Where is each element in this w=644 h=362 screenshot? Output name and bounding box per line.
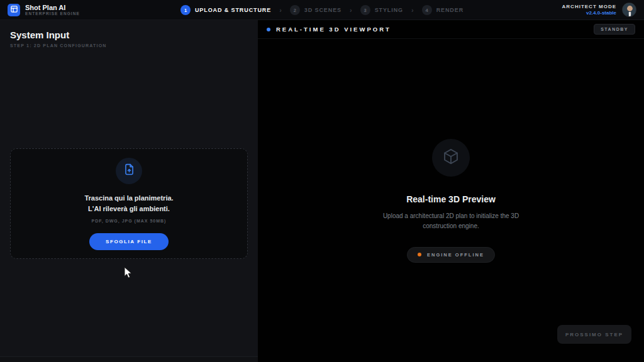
step-number: 3 bbox=[360, 5, 370, 15]
dropzone-text-line2: L'AI rileverà gli ambienti. bbox=[88, 204, 170, 214]
viewport-body: Real-time 3D Preview Upload a architectu… bbox=[258, 39, 644, 362]
dropzone-formats: PDF, DWG, JPG (MAX 50MB) bbox=[92, 219, 167, 223]
step-styling[interactable]: 3 STYLING bbox=[360, 5, 403, 15]
chevron-right-icon: › bbox=[279, 7, 282, 13]
offline-dot-icon bbox=[418, 253, 421, 256]
step-label: STYLING bbox=[375, 7, 403, 13]
preview-description: Upload a architectural 2D plan to initia… bbox=[371, 211, 531, 232]
status-dot-icon bbox=[267, 28, 270, 31]
chevron-right-icon: › bbox=[350, 7, 352, 13]
user-avatar[interactable] bbox=[622, 3, 636, 17]
browse-file-button[interactable]: SFOGLIA FILE bbox=[89, 233, 169, 250]
left-panel-footer bbox=[0, 356, 258, 362]
preview-title: Real-time 3D Preview bbox=[406, 194, 496, 204]
app-brand: Shot Plan AI ENTERPRISE ENGINE bbox=[8, 4, 80, 16]
chevron-right-icon: › bbox=[411, 7, 414, 13]
mode-info: ARCHITECT MODE v2.4.0-stable bbox=[562, 4, 616, 16]
app-title: Shot Plan AI bbox=[25, 4, 80, 11]
viewport-title: REAL-TIME 3D VIEWPORT bbox=[276, 26, 391, 33]
app-subtitle: ENTERPRISE ENGINE bbox=[25, 11, 80, 16]
step-number: 1 bbox=[180, 5, 191, 15]
step-label: RENDER bbox=[436, 7, 464, 13]
standby-badge: STANDBY bbox=[594, 24, 635, 35]
plan-upload-dropzone[interactable]: Trascina qui la planimetria. L'AI rileve… bbox=[10, 148, 248, 259]
viewport-panel: REAL-TIME 3D VIEWPORT STANDBY Real-time … bbox=[258, 20, 644, 362]
workflow-stepper: 1 UPLOAD & STRUCTURE › 2 3D SCENES › 3 S… bbox=[180, 0, 464, 20]
step-label: 3D SCENES bbox=[304, 7, 341, 13]
app-window: Shot Plan AI ENTERPRISE ENGINE 1 UPLOAD … bbox=[0, 0, 644, 362]
step-3d-scenes[interactable]: 2 3D SCENES bbox=[290, 5, 341, 15]
step-render[interactable]: 4 RENDER bbox=[422, 5, 464, 15]
version-label: v2.4.0-stable bbox=[562, 10, 616, 16]
next-step-button[interactable]: PROSSIMO STEP bbox=[557, 325, 631, 344]
app-logo bbox=[8, 4, 20, 16]
top-bar: Shot Plan AI ENTERPRISE ENGINE 1 UPLOAD … bbox=[0, 0, 644, 20]
layout-icon bbox=[10, 4, 18, 16]
upload-icon-circle bbox=[116, 158, 142, 184]
brand-text: Shot Plan AI ENTERPRISE ENGINE bbox=[25, 4, 80, 16]
viewport-header: REAL-TIME 3D VIEWPORT STANDBY bbox=[258, 20, 644, 39]
system-input-panel: System Input STEP 1: 2D PLAN CONFIGURATI… bbox=[0, 20, 258, 362]
step-number: 4 bbox=[422, 5, 432, 15]
cube-3d-icon bbox=[442, 148, 460, 168]
panel-title: System Input bbox=[10, 30, 248, 40]
panel-subtitle: STEP 1: 2D PLAN CONFIGURATION bbox=[10, 43, 248, 48]
file-upload-icon bbox=[123, 163, 135, 178]
cube-icon-circle bbox=[432, 139, 470, 177]
step-label: UPLOAD & STRUCTURE bbox=[195, 7, 271, 13]
engine-status-badge: ENGINE OFFLINE bbox=[407, 247, 495, 263]
step-upload-structure[interactable]: 1 UPLOAD & STRUCTURE bbox=[180, 5, 271, 15]
step-number: 2 bbox=[290, 5, 300, 15]
dropzone-text-line1: Trascina qui la planimetria. bbox=[84, 193, 173, 204]
engine-status-text: ENGINE OFFLINE bbox=[427, 252, 484, 258]
top-right-area: ARCHITECT MODE v2.4.0-stable bbox=[562, 3, 636, 17]
mode-label: ARCHITECT MODE bbox=[562, 4, 616, 10]
